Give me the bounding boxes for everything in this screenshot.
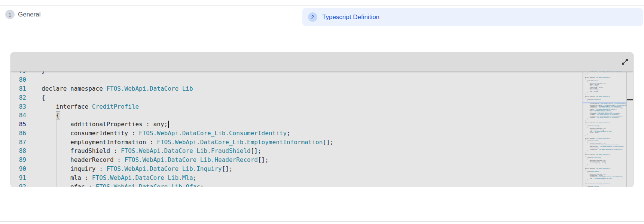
line-number: 81 xyxy=(11,84,26,93)
code-editor[interactable]: 79}8081declare namespace FTOS.WebApi.Dat… xyxy=(11,72,633,187)
minimap-current-line-highlight xyxy=(582,102,627,103)
minimap[interactable]: mlaIndicator : FTOS.WebApi.DataCore_Lib.… xyxy=(582,72,627,187)
step-number-badge: 1 xyxy=(5,10,15,19)
code-text: additionalProperties : any; xyxy=(42,121,168,128)
code-line: 90 inquiry : FTOS.WebApi.DataCore_Lib.In… xyxy=(11,164,633,173)
line-number: 84 xyxy=(11,111,26,120)
code-text: employmentInformation : FTOS.WebApi.Data… xyxy=(42,139,333,146)
code-line: 86 consumerIdentity : FTOS.WebApi.DataCo… xyxy=(11,129,633,138)
line-number: 79 xyxy=(11,72,26,75)
code-text: } xyxy=(42,72,45,74)
line-number: 92 xyxy=(11,182,26,187)
minimap-lines: mlaIndicator : FTOS.WebApi.DataCore_Lib.… xyxy=(585,72,626,187)
line-number: 90 xyxy=(11,164,26,173)
code-text: inquiry : FTOS.WebApi.DataCore_Lib.Inqui… xyxy=(42,165,233,172)
code-line: 82{ xyxy=(11,93,633,102)
line-number: 82 xyxy=(11,93,26,102)
footer-divider xyxy=(0,221,644,222)
code-line: 88 fraudShield : FTOS.WebApi.DataCore_Li… xyxy=(11,146,633,155)
minimap-line: mlaIndicator : FTOS.WebApi.DataCore_Lib.… xyxy=(585,72,626,73)
typescript-editor-card: 79}8081declare namespace FTOS.WebApi.Dat… xyxy=(10,52,634,187)
expand-fullscreen-button[interactable] xyxy=(620,58,629,67)
line-number: 88 xyxy=(11,146,26,155)
code-line: 83 interface CreditProfile xyxy=(11,102,633,111)
code-text: ofac : FTOS.WebApi.DataCore_Lib.Ofac; xyxy=(42,183,204,187)
code-text: mla : FTOS.WebApi.DataCore_Lib.Mla; xyxy=(42,174,196,181)
code-text: headerRecord : FTOS.WebApi.DataCore_Lib.… xyxy=(42,156,269,163)
minimap-line: scoreFactors : FTOS.WebApi.DataCore_Lib.… xyxy=(585,149,626,151)
step-number-badge: 2 xyxy=(308,12,317,22)
line-number: 89 xyxy=(11,155,26,164)
text-cursor xyxy=(168,121,169,128)
line-number: 85 xyxy=(11,120,26,129)
code-text: consumerIdentity : FTOS.WebApi.DataCore_… xyxy=(42,130,290,137)
step-typescript-definition[interactable]: 2 Typescript Definition xyxy=(302,8,643,26)
line-number: 83 xyxy=(11,102,26,111)
line-number: 86 xyxy=(11,129,26,138)
code-line: 80 xyxy=(11,75,633,84)
code-text: { xyxy=(42,94,45,101)
step-general[interactable]: 1 General xyxy=(5,10,40,19)
expand-icon xyxy=(621,58,629,66)
code-line: 92 ofac : FTOS.WebApi.DataCore_Lib.Ofac; xyxy=(11,182,633,187)
step-label: General xyxy=(18,11,40,18)
scrollbar-cursor-marker xyxy=(627,99,633,100)
stepper-bottom-divider xyxy=(0,29,644,29)
line-number: 91 xyxy=(11,173,26,182)
code-line: 84 { xyxy=(11,111,633,120)
code-line: 81declare namespace FTOS.WebApi.DataCore… xyxy=(11,84,633,93)
code-text: { xyxy=(42,112,59,119)
top-divider xyxy=(0,5,644,6)
code-line: 87 employmentInformation : FTOS.WebApi.D… xyxy=(11,138,633,147)
editor-header xyxy=(11,53,633,72)
code-line: 91 mla : FTOS.WebApi.DataCore_Lib.Mla; xyxy=(11,173,633,182)
minimap-line: interface Tradeline xyxy=(585,186,626,187)
code-text: fraudShield : FTOS.WebApi.DataCore_Lib.F… xyxy=(42,147,262,154)
code-line: 89 headerRecord : FTOS.WebApi.DataCore_L… xyxy=(11,155,633,164)
code-line: 79} xyxy=(11,72,633,75)
code-lines: 79}8081declare namespace FTOS.WebApi.Dat… xyxy=(11,72,633,187)
line-number: 80 xyxy=(11,75,26,84)
code-text: declare namespace FTOS.WebApi.DataCore_L… xyxy=(42,85,193,92)
code-line: 85 additionalProperties : any; xyxy=(11,120,633,129)
line-number: 87 xyxy=(11,138,26,147)
code-text: interface CreditProfile xyxy=(42,103,139,110)
vertical-scrollbar[interactable] xyxy=(627,72,633,187)
step-label: Typescript Definition xyxy=(322,13,379,21)
